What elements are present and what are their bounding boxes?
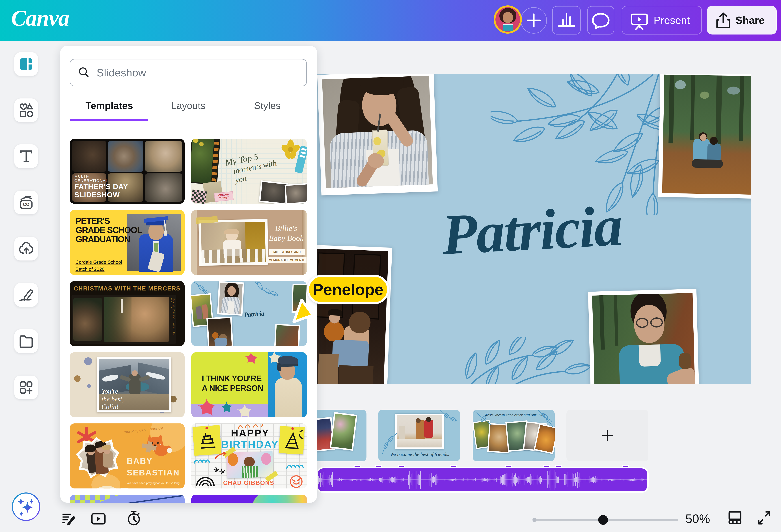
svg-text:CO: CO [23, 202, 30, 207]
